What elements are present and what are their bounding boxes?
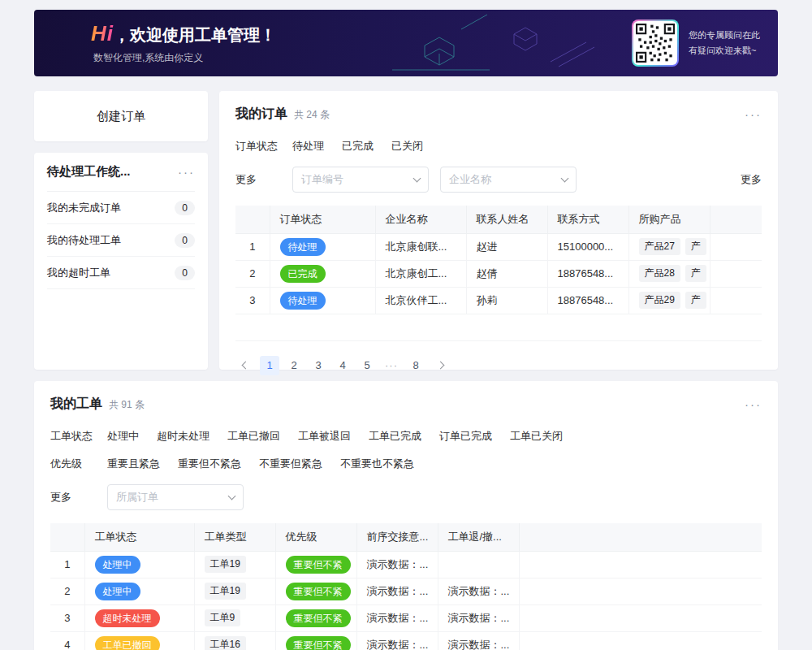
priority-option[interactable]: 不重要但紧急 [259, 457, 322, 471]
phone-cell: 15100000... [547, 233, 628, 260]
priority-badge: 重要但不紧 [286, 583, 351, 600]
orders-table-header: 订单状态 企业名称 联系人姓名 联系方式 所购产品 [235, 206, 762, 233]
pagination-page-1[interactable]: 1 [260, 356, 279, 375]
product-tag: 产 [685, 292, 706, 309]
status-badge: 处理中 [95, 556, 140, 574]
chevron-down-icon [413, 175, 421, 183]
order-no-select[interactable]: 订单编号 [292, 167, 429, 193]
product-tag: 产品27 [639, 238, 680, 255]
priority-option[interactable]: 重要且紧急 [107, 457, 160, 471]
col-ticket-status: 工单状态 [84, 523, 194, 551]
qr-code[interactable] [632, 20, 679, 67]
type-cell: 工单19 [194, 578, 275, 604]
contact-cell: 赵倩 [466, 260, 547, 287]
pagination-page-3[interactable]: 3 [309, 356, 328, 375]
company-name-select[interactable]: 企业名称 [440, 167, 577, 193]
filler-cell [519, 551, 762, 578]
col-order-status: 订单状态 [270, 206, 375, 233]
ticket-status-option[interactable]: 工单已完成 [369, 429, 421, 444]
pagination-next-icon[interactable] [430, 356, 450, 375]
order-row[interactable]: 3 待处理 北京伙伴工... 孙莉 18876548... 产品29产 [235, 287, 762, 314]
product-tag: 产 [685, 265, 706, 282]
priority-option[interactable]: 重要但不紧急 [178, 457, 241, 471]
more-filters-toggle[interactable]: 更多 [235, 172, 292, 187]
ticket-row[interactable]: 3 超时未处理 工单9 重要但不紧 演示数据：... 演示数据：... [50, 604, 762, 631]
order-row[interactable]: 1 待处理 北京康创联... 赵进 15100000... 产品27产 [235, 233, 762, 260]
create-order-button[interactable]: 创建订单 [34, 91, 208, 141]
filler-cell [710, 287, 762, 314]
my-orders-card: 我的订单 共 24 条 ··· 订单状态 待处理 已完成 已关闭 更多 订单编号… [219, 91, 778, 370]
company-cell: 北京伙伴工... [375, 287, 466, 314]
more-link[interactable]: 更多 [741, 172, 762, 187]
ticket-row[interactable]: 1 处理中 工单19 重要但不紧 演示数据：... [50, 551, 762, 578]
order-status-option[interactable]: 已完成 [342, 139, 374, 154]
note2-cell: 演示数据：... [438, 604, 519, 631]
col-note1: 前序交接意... [356, 523, 438, 551]
stat-item-pending-tickets[interactable]: 我的待处理工单 0 [47, 224, 195, 257]
col-company: 企业名称 [375, 206, 466, 233]
order-status-filter-label: 订单状态 [235, 139, 292, 154]
col-phone: 联系方式 [547, 206, 628, 233]
col-priority: 优先级 [275, 523, 356, 551]
order-more-filter-row: 更多 订单编号 企业名称 更多 [235, 167, 762, 193]
priority-option[interactable]: 不重要也不紧急 [340, 457, 414, 471]
ticket-status-option[interactable]: 处理中 [107, 429, 139, 444]
order-status-option[interactable]: 待处理 [292, 139, 324, 154]
ticket-more-filter-row: 更多 所属订单 [50, 484, 762, 510]
stat-item-unfinished-orders[interactable]: 我的未完成订单 0 [47, 192, 195, 224]
ticket-status-option[interactable]: 超时未处理 [157, 429, 209, 444]
order-no-placeholder: 订单编号 [301, 172, 343, 187]
row-index: 3 [235, 287, 270, 314]
phone-cell: 18876548... [547, 260, 628, 287]
pagination-page-4[interactable]: 4 [333, 356, 352, 375]
pagination-page-5[interactable]: 5 [357, 356, 377, 375]
more-actions-icon[interactable]: ··· [745, 108, 762, 120]
col-filler [519, 523, 762, 551]
note1-cell: 演示数据：... [356, 631, 438, 650]
pagination-page-2[interactable]: 2 [284, 356, 304, 375]
type-tag: 工单16 [205, 636, 246, 650]
priority-badge: 重要但不紧 [286, 609, 351, 627]
ticket-status-option[interactable]: 工单已关闭 [510, 429, 563, 444]
company-name-placeholder: 企业名称 [449, 172, 491, 187]
col-index [235, 206, 270, 233]
more-filters-toggle[interactable]: 更多 [50, 490, 107, 505]
stat-item-overtime-tickets[interactable]: 我的超时工单 0 [47, 257, 195, 289]
product-cell: 产品28产 [628, 260, 710, 287]
ticket-status-option[interactable]: 订单已完成 [439, 429, 492, 444]
orders-card-title: 我的订单 [235, 106, 287, 123]
more-actions-icon[interactable]: ··· [745, 398, 762, 410]
ticket-status-option[interactable]: 工单被退回 [298, 429, 351, 444]
type-tag: 工单19 [205, 556, 246, 573]
product-tag: 产品28 [639, 265, 680, 282]
qr-code-image [636, 24, 675, 63]
order-status-filter-row: 订单状态 待处理 已完成 已关闭 [235, 139, 762, 154]
orders-table: 订单状态 企业名称 联系人姓名 联系方式 所购产品 1 待处理 北京康创联...… [235, 206, 762, 341]
row-index: 1 [235, 233, 270, 260]
banner-greeting-hi: Hi [91, 21, 114, 46]
ticket-status-filter-label: 工单状态 [50, 429, 107, 444]
order-row[interactable]: 2 已完成 北京康创工... 赵倩 18876548... 产品28产 [235, 260, 762, 287]
contact-cell: 赵进 [466, 233, 547, 260]
qr-note-line2: 有疑问欢迎来戳~ [689, 43, 767, 58]
ticket-row[interactable]: 4 工单已撤回 工单16 重要但不紧 演示数据：... 演示数据：... [50, 631, 762, 650]
status-badge: 待处理 [280, 238, 326, 256]
note2-cell: 演示数据：... [438, 578, 519, 604]
my-tickets-card: 我的工单 共 91 条 ··· 工单状态 处理中 超时未处理 工单已撤回 工单被… [34, 381, 778, 650]
pagination-prev-icon[interactable] [235, 356, 255, 375]
pagination-page-8[interactable]: 8 [406, 356, 425, 375]
more-actions-icon[interactable]: ··· [178, 166, 195, 178]
parent-order-select[interactable]: 所属订单 [107, 484, 244, 510]
stats-card-title: 待处理工作统... [47, 164, 131, 180]
order-status-option[interactable]: 已关闭 [391, 139, 423, 154]
ticket-row[interactable]: 2 处理中 工单19 重要但不紧 演示数据：... 演示数据：... [50, 578, 762, 604]
qr-note-line1: 您的专属顾问在此 [689, 28, 767, 43]
tickets-table-header: 工单状态 工单类型 优先级 前序交接意... 工单退/撤... [50, 523, 762, 551]
ticket-status-option[interactable]: 工单已撤回 [227, 429, 280, 444]
phone-cell: 18876548... [547, 287, 628, 314]
stat-label: 我的待处理工单 [47, 233, 121, 248]
pagination-ellipsis-icon[interactable]: ··· [382, 356, 401, 375]
tickets-card-title: 我的工单 [50, 396, 102, 413]
qr-note: 您的专属顾问在此 有疑问欢迎来戳~ [689, 28, 767, 58]
note2-cell [438, 551, 519, 578]
